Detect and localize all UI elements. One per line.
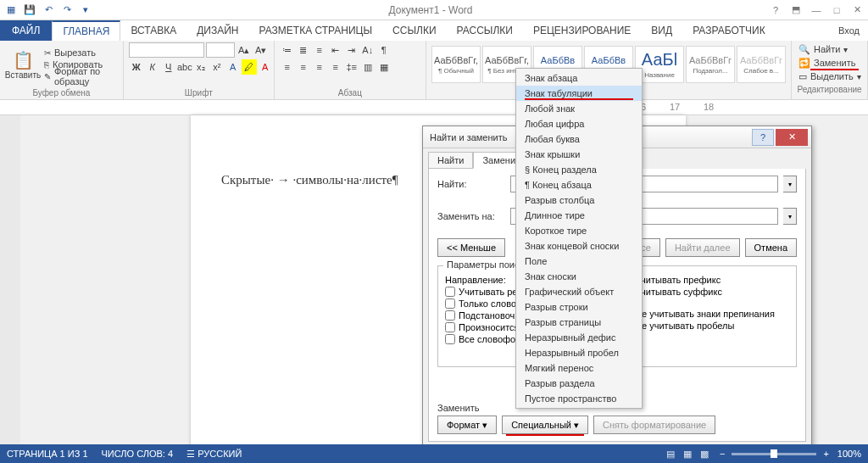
special-menu-item[interactable]: Любая буква bbox=[516, 131, 642, 147]
match-suffix-checkbox[interactable]: Учитывать суффикс bbox=[621, 287, 789, 297]
superscript-button[interactable]: x² bbox=[209, 59, 225, 75]
decrease-indent-button[interactable]: ⇤ bbox=[328, 42, 343, 58]
tab-design[interactable]: ДИЗАЙН bbox=[186, 20, 248, 41]
tab-insert[interactable]: ВСТАВКА bbox=[120, 20, 186, 41]
special-menu-item[interactable]: Знак концевой сноски bbox=[516, 238, 642, 254]
zoom-slider[interactable] bbox=[732, 453, 816, 455]
file-tab[interactable]: ФАЙЛ bbox=[0, 20, 52, 41]
help-icon[interactable]: ? bbox=[768, 3, 783, 18]
special-menu-item[interactable]: Знак сноски bbox=[516, 269, 642, 284]
cut-button[interactable]: ✂ Вырезать bbox=[44, 47, 118, 59]
match-prefix-checkbox[interactable]: Учитывать префикс bbox=[621, 275, 789, 285]
special-menu-item[interactable]: Поле bbox=[516, 254, 642, 269]
paste-button[interactable]: 📋 Вставить bbox=[5, 50, 41, 80]
special-menu-item[interactable]: Знак табуляции bbox=[516, 86, 642, 101]
select-button[interactable]: ▭Выделить ▾ bbox=[797, 70, 862, 83]
replace-history-dropdown[interactable]: ▾ bbox=[783, 208, 797, 225]
find-next-button[interactable]: Найти далее bbox=[665, 238, 740, 257]
justify-button[interactable]: ≡ bbox=[328, 59, 343, 75]
borders-button[interactable]: ▦ bbox=[376, 59, 392, 75]
horizontal-ruler[interactable]: 16 17 18 bbox=[0, 100, 868, 115]
special-menu-item[interactable]: Разрыв страницы bbox=[516, 315, 642, 330]
less-button[interactable]: << Меньше bbox=[437, 238, 505, 257]
special-menu-item[interactable]: Неразрывный дефис bbox=[516, 330, 642, 345]
style-subtle[interactable]: АаБбВвГгСлабое в... bbox=[737, 46, 786, 83]
ribbon-options-icon[interactable]: ⬒ bbox=[788, 3, 804, 18]
style-normal[interactable]: АаБбВвГг,¶ Обычный bbox=[431, 46, 481, 83]
bold-button[interactable]: Ж bbox=[129, 59, 144, 75]
align-right-button[interactable]: ≡ bbox=[312, 59, 327, 75]
special-menu-item[interactable]: Короткое тире bbox=[516, 223, 642, 238]
read-mode-icon[interactable]: ▤ bbox=[662, 447, 679, 460]
special-menu-item[interactable]: Разрыв раздела bbox=[516, 376, 642, 391]
subscript-button[interactable]: x₂ bbox=[193, 59, 209, 75]
tab-view[interactable]: ВИД bbox=[641, 20, 682, 41]
redo-icon[interactable]: ↷ bbox=[59, 3, 75, 18]
close-icon[interactable]: ✕ bbox=[849, 3, 865, 18]
align-center-button[interactable]: ≡ bbox=[296, 59, 311, 75]
format-button[interactable]: Формат ▾ bbox=[437, 416, 497, 434]
zoom-in-button[interactable]: + bbox=[823, 449, 828, 459]
format-painter-button[interactable]: ✎ Формат по образцу bbox=[44, 70, 118, 82]
tab-page-layout[interactable]: РАЗМЕТКА СТРАНИЦЫ bbox=[249, 20, 383, 41]
tab-review[interactable]: РЕЦЕНЗИРОВАНИЕ bbox=[523, 20, 641, 41]
zoom-level[interactable]: 100% bbox=[837, 449, 861, 459]
print-layout-icon[interactable]: ▦ bbox=[679, 447, 696, 460]
cancel-button[interactable]: Отмена bbox=[745, 238, 797, 257]
italic-button[interactable]: К bbox=[145, 59, 160, 75]
special-menu-item[interactable]: Знак абзаца bbox=[516, 70, 642, 86]
zoom-out-button[interactable]: − bbox=[720, 449, 725, 459]
vertical-ruler[interactable] bbox=[0, 115, 20, 444]
no-formatting-button[interactable]: Снять форматирование bbox=[593, 416, 715, 434]
special-menu-item[interactable]: § Конец раздела bbox=[516, 162, 642, 177]
style-subtitle[interactable]: АаБбВвГгПодзагол... bbox=[686, 46, 735, 83]
dialog-help-icon[interactable]: ? bbox=[752, 129, 774, 146]
underline-button[interactable]: Ч bbox=[161, 59, 176, 75]
special-menu-item[interactable]: Любой знак bbox=[516, 101, 642, 116]
font-family-combo[interactable] bbox=[129, 42, 204, 58]
increase-indent-button[interactable]: ⇥ bbox=[344, 42, 359, 58]
highlight-button[interactable]: 🖊 bbox=[242, 59, 257, 75]
find-button[interactable]: 🔍Найти ▾ bbox=[797, 42, 862, 56]
special-menu-item[interactable]: Пустое пространство bbox=[516, 391, 642, 406]
sign-in-link[interactable]: Вход bbox=[830, 20, 868, 41]
strikethrough-button[interactable]: abc bbox=[177, 59, 192, 75]
show-marks-button[interactable]: ¶ bbox=[376, 42, 392, 58]
align-left-button[interactable]: ≡ bbox=[280, 59, 295, 75]
special-menu-item[interactable]: Длинное тире bbox=[516, 208, 642, 223]
special-menu-item[interactable]: Разрыв столбца bbox=[516, 192, 642, 208]
shading-button[interactable]: ▥ bbox=[360, 59, 376, 75]
font-size-combo[interactable] bbox=[206, 42, 235, 58]
special-menu-item[interactable]: Знак крышки bbox=[516, 147, 642, 162]
undo-icon[interactable]: ↶ bbox=[41, 3, 56, 18]
multilevel-button[interactable]: ≡ bbox=[312, 42, 327, 58]
maximize-icon[interactable]: □ bbox=[829, 3, 844, 18]
special-menu-item[interactable]: Любая цифра bbox=[516, 116, 642, 131]
minimize-icon[interactable]: — bbox=[809, 3, 824, 18]
special-button[interactable]: Специальный ▾ bbox=[502, 416, 588, 434]
sort-button[interactable]: A↓ bbox=[360, 42, 376, 58]
status-word-count[interactable]: ЧИСЛО СЛОВ: 4 bbox=[102, 449, 174, 459]
special-menu-item[interactable]: Мягкий перенос bbox=[516, 360, 642, 376]
numbering-button[interactable]: ≣ bbox=[296, 42, 311, 58]
ignore-punct-checkbox[interactable]: Не учитывать знаки препинания bbox=[621, 309, 789, 319]
replace-button[interactable]: 🔁Заменить bbox=[797, 56, 862, 70]
tab-developer[interactable]: РАЗРАБОТЧИК bbox=[682, 20, 776, 41]
shrink-font-icon[interactable]: A▾ bbox=[253, 42, 269, 58]
status-page[interactable]: СТРАНИЦА 1 ИЗ 1 bbox=[7, 449, 88, 459]
dialog-tab-find[interactable]: Найти bbox=[428, 152, 473, 169]
dialog-close-icon[interactable]: ✕ bbox=[776, 129, 808, 146]
special-menu-item[interactable]: Графический объект bbox=[516, 284, 642, 299]
web-layout-icon[interactable]: ▩ bbox=[696, 447, 713, 460]
special-menu-item[interactable]: Разрыв строки bbox=[516, 299, 642, 315]
tab-references[interactable]: ССЫЛКИ bbox=[382, 20, 446, 41]
zoom-handle[interactable] bbox=[771, 449, 777, 458]
special-menu-item[interactable]: ¶ Конец абзаца bbox=[516, 177, 642, 192]
find-history-dropdown[interactable]: ▾ bbox=[783, 176, 797, 192]
line-spacing-button[interactable]: ‡≡ bbox=[344, 59, 359, 75]
save-icon[interactable]: 💾 bbox=[22, 3, 37, 18]
tab-home[interactable]: ГЛАВНАЯ bbox=[52, 20, 120, 41]
grow-font-icon[interactable]: A▴ bbox=[236, 42, 252, 58]
ignore-spaces-checkbox[interactable]: Не учитывать пробелы bbox=[621, 321, 789, 331]
special-menu-item[interactable]: Неразрывный пробел bbox=[516, 345, 642, 360]
